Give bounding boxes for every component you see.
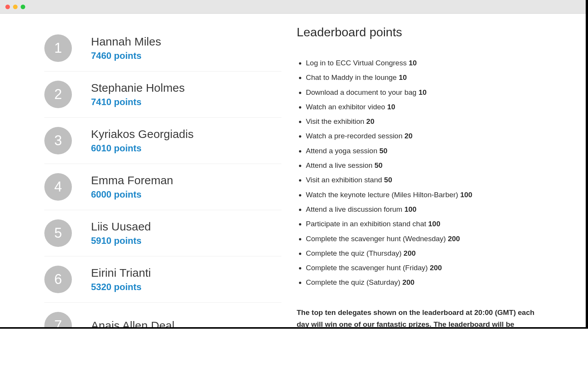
- entry-name: Liis Uusaed: [91, 220, 151, 233]
- entry-name: Anais Allen Deal: [91, 319, 174, 327]
- points-item: Complete the quiz (Saturday) 200: [306, 276, 541, 289]
- points-action: Attend a live session: [306, 161, 372, 169]
- points-item: Complete the quiz (Thursday) 200: [306, 247, 541, 260]
- entry-points: 7410 points: [91, 97, 185, 107]
- entry-name: Kyriakos Georgiadis: [91, 128, 193, 141]
- points-item: Visit an exhibition stand 50: [306, 174, 541, 186]
- points-value: 100: [404, 205, 417, 213]
- points-action: Watch an exhibitor video: [306, 103, 385, 111]
- entry-details: Eirini Trianti5320 points: [91, 266, 151, 292]
- points-value: 50: [375, 161, 383, 169]
- points-value: 50: [384, 176, 392, 184]
- points-item: Chat to Maddy in the lounge 10: [306, 71, 541, 84]
- leaderboard-item: 3Kyriakos Georgiadis6010 points: [44, 118, 281, 164]
- entry-details: Kyriakos Georgiadis6010 points: [91, 128, 193, 154]
- points-action: Complete the quiz (Saturday): [306, 278, 400, 286]
- points-action: Chat to Maddy in the lounge: [306, 73, 397, 81]
- maximize-icon[interactable]: [21, 5, 25, 9]
- prize-note: The top ten delegates shown on the leade…: [297, 307, 541, 327]
- points-item: Participate in an exhibition stand chat …: [306, 218, 541, 230]
- rank-badge: 2: [44, 81, 72, 108]
- rank-badge: 7: [44, 312, 72, 327]
- points-item: Attend a live session 50: [306, 159, 541, 172]
- points-value: 200: [430, 264, 442, 272]
- entry-points: 6000 points: [91, 189, 173, 200]
- entry-points: 5320 points: [91, 282, 151, 292]
- points-item: Complete the scavenger hunt (Friday) 200: [306, 262, 541, 274]
- points-value: 20: [366, 117, 374, 125]
- points-item: Visit the exhibition 20: [306, 115, 541, 128]
- points-value: 20: [404, 132, 413, 140]
- points-action: Visit an exhibition stand: [306, 176, 382, 184]
- points-value: 10: [399, 73, 407, 81]
- points-title: Leaderboard points: [297, 25, 541, 39]
- rank-badge: 4: [44, 173, 72, 201]
- leaderboard-column: 1Hannah Miles7460 points2Stephanie Holme…: [44, 25, 281, 327]
- entry-name: Hannah Miles: [91, 35, 161, 48]
- points-value: 50: [379, 147, 387, 155]
- leaderboard-item: 2Stephanie Holmes7410 points: [44, 71, 281, 118]
- points-action: Download a document to your bag: [306, 88, 416, 96]
- points-item: Watch the keynote lecture (Miles Hilton-…: [306, 189, 541, 201]
- points-action: Participate in an exhibition stand chat: [306, 220, 426, 228]
- points-value: 200: [404, 249, 416, 257]
- rank-badge: 3: [44, 127, 72, 154]
- points-list: Log in to ECC Virtual Congress 10Chat to…: [297, 57, 541, 289]
- points-value: 100: [428, 220, 440, 228]
- points-value: 200: [402, 278, 414, 286]
- entry-points: 5910 points: [91, 235, 151, 246]
- leaderboard-item: 4Emma Foreman6000 points: [44, 164, 281, 210]
- close-icon[interactable]: [5, 5, 10, 9]
- points-action: Watch a pre-recorded session: [306, 132, 403, 140]
- minimize-icon[interactable]: [13, 5, 18, 9]
- points-value: 10: [387, 103, 395, 111]
- entry-name: Emma Foreman: [91, 174, 173, 187]
- points-value: 200: [448, 235, 460, 243]
- points-action: Log in to ECC Virtual Congress: [306, 59, 407, 67]
- points-item: Attend a live discussion forum 100: [306, 203, 541, 216]
- points-item: Download a document to your bag 10: [306, 86, 541, 99]
- points-action: Watch the keynote lecture (Miles Hilton-…: [306, 191, 458, 199]
- leaderboard-item: 6Eirini Trianti5320 points: [44, 256, 281, 303]
- points-value: 10: [409, 59, 417, 67]
- entry-name: Eirini Trianti: [91, 266, 151, 279]
- window-titlebar: [0, 0, 586, 14]
- entry-details: Anais Allen Deal: [91, 319, 174, 327]
- points-action: Attend a live discussion forum: [306, 205, 402, 213]
- leaderboard-item: 5Liis Uusaed5910 points: [44, 210, 281, 256]
- leaderboard-list: 1Hannah Miles7460 points2Stephanie Holme…: [44, 25, 281, 327]
- entry-points: 6010 points: [91, 143, 193, 154]
- points-item: Complete the scavenger hunt (Wednesday) …: [306, 233, 541, 245]
- leaderboard-item: 1Hannah Miles7460 points: [44, 25, 281, 71]
- points-action: Complete the scavenger hunt (Wednesday): [306, 235, 446, 243]
- points-action: Complete the quiz (Thursday): [306, 249, 401, 257]
- entry-details: Emma Foreman6000 points: [91, 174, 173, 200]
- points-action: Attend a yoga session: [306, 147, 377, 155]
- content: 1Hannah Miles7460 points2Stephanie Holme…: [25, 14, 560, 327]
- rank-badge: 1: [44, 34, 72, 62]
- points-value: 10: [419, 88, 427, 96]
- window-frame: 1Hannah Miles7460 points2Stephanie Holme…: [0, 0, 588, 329]
- points-item: Attend a yoga session 50: [306, 145, 541, 157]
- points-action: Complete the scavenger hunt (Friday): [306, 264, 428, 272]
- leaderboard-item: 7Anais Allen Deal: [44, 303, 281, 327]
- points-item: Log in to ECC Virtual Congress 10: [306, 57, 541, 69]
- points-action: Visit the exhibition: [306, 117, 364, 125]
- entry-points: 7460 points: [91, 50, 161, 61]
- points-item: Watch an exhibitor video 10: [306, 101, 541, 113]
- entry-details: Stephanie Holmes7410 points: [91, 81, 185, 107]
- points-value: 100: [460, 191, 473, 199]
- points-column: Leaderboard points Log in to ECC Virtual…: [297, 25, 541, 327]
- rank-badge: 5: [44, 219, 72, 247]
- entry-details: Liis Uusaed5910 points: [91, 220, 151, 246]
- entry-details: Hannah Miles7460 points: [91, 35, 161, 61]
- points-item: Watch a pre-recorded session 20: [306, 130, 541, 142]
- rank-badge: 6: [44, 266, 72, 293]
- entry-name: Stephanie Holmes: [91, 81, 185, 94]
